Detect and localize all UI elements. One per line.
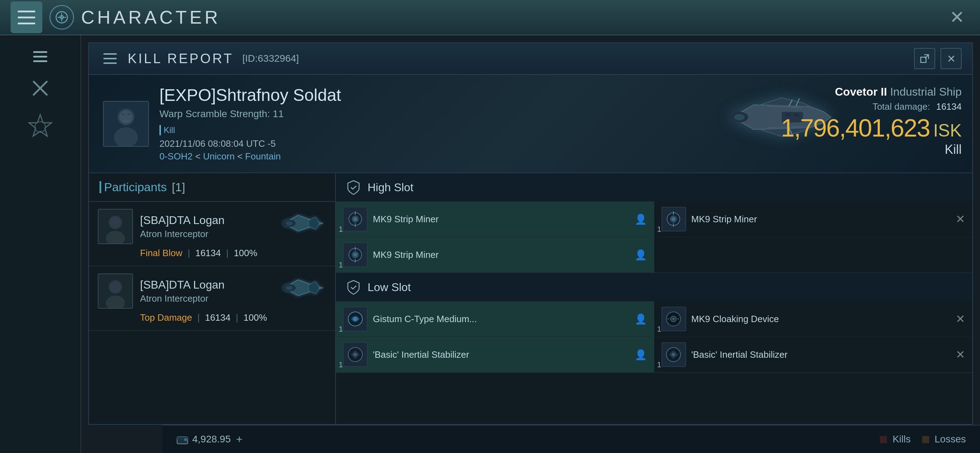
external-link-button[interactable]: [914, 48, 935, 69]
participants-panel: Participants [1]: [89, 173, 336, 424]
gistum-icon: [346, 309, 365, 329]
high-slot-row-1: 1: [336, 237, 972, 273]
low-slot-title: Low Slot: [368, 281, 411, 294]
equip-person-high-2: 👤: [635, 249, 647, 261]
ship-type: Covetor II Industrial Ship: [781, 85, 962, 99]
svg-point-57: [353, 317, 357, 321]
participant-info-1: [SBA]DTA Logan Atron Interceptor: [98, 273, 326, 309]
svg-point-65: [353, 353, 357, 356]
alliance-link[interactable]: Unicorn: [203, 151, 235, 162]
victim-banner: [EXPO]Shtrafnoy Soldat Warp Scramble Str…: [89, 75, 972, 173]
equip-item-low-2: 1 'Basic' Inertial Stabilize: [336, 337, 654, 373]
ship-class: Industrial Ship: [890, 85, 962, 98]
strip-miner-icon-1: [664, 210, 683, 229]
svg-marker-4: [29, 114, 51, 136]
participant-avatar-1: [98, 273, 133, 309]
left-sidebar: [0, 35, 81, 453]
stat-separator-1: |: [197, 312, 200, 323]
high-slot-icon: [345, 178, 362, 196]
low-slot-section: Low Slot 1: [336, 273, 972, 373]
svg-point-46: [672, 217, 675, 221]
high-slot-title: High Slot: [368, 181, 414, 194]
equip-remove-high-1[interactable]: ✕: [956, 212, 965, 226]
participant-damage-0: 16134: [196, 248, 221, 259]
add-button[interactable]: +: [236, 433, 243, 446]
atron-ship-icon-0: [280, 210, 326, 236]
location-separator: <: [195, 151, 203, 162]
participants-indicator: [99, 181, 101, 193]
participant-ship-icon-0: [279, 209, 328, 237]
strip-miner-icon-2: [346, 245, 365, 265]
participant-damage-1: 16134: [205, 312, 231, 323]
cloaking-icon: [664, 309, 683, 329]
participant-stats-0: Final Blow | 16134 | 100%: [98, 248, 326, 259]
kills-icon: [879, 436, 888, 444]
location-separator2: <: [237, 151, 245, 162]
system-link[interactable]: 0-SOH2: [159, 151, 192, 162]
participant-ship-icon-1: [279, 273, 328, 302]
equip-icon-high-1: [662, 207, 686, 231]
external-link-icon: [920, 54, 929, 64]
high-slot-row-0: 1: [336, 202, 972, 237]
equip-count-low-0: 1: [339, 324, 343, 334]
lower-section: Participants [1]: [89, 173, 972, 424]
top-navigation: CHARACTER ✕: [0, 0, 980, 35]
combat-icon: [30, 78, 51, 99]
equip-icon-high-0: [343, 207, 368, 231]
sidebar-item-combat[interactable]: [8, 74, 72, 102]
equip-item-high-0: 1: [336, 202, 654, 237]
participant-portrait-1: [99, 273, 132, 309]
kill-report-body: [EXPO]Shtrafnoy Soldat Warp Scramble Str…: [89, 75, 972, 424]
atron-ship-icon-1: [280, 275, 326, 301]
equip-icon-low-3: [662, 342, 686, 367]
kills-stat: Kills: [879, 434, 910, 445]
equip-name-low-0: Gistum C-Type Medium...: [373, 314, 629, 324]
kill-type-label: Kill: [781, 142, 962, 157]
participants-title: Participants [1]: [104, 180, 185, 194]
total-damage-label: Total damage: 16134: [781, 101, 962, 112]
svg-point-61: [672, 318, 675, 320]
svg-point-36: [286, 286, 293, 290]
equip-icon-low-0: [343, 307, 368, 331]
equip-count-high-2: 1: [339, 261, 343, 270]
bio-icon: [33, 51, 47, 62]
region-link[interactable]: Fountain: [245, 151, 281, 162]
low-slot-header: Low Slot: [336, 273, 972, 301]
menu-button[interactable]: [11, 2, 42, 33]
equip-remove-low-3[interactable]: ✕: [956, 348, 965, 361]
svg-point-40: [353, 217, 357, 221]
svg-point-30: [286, 221, 293, 226]
losses-icon: [921, 436, 930, 444]
sidebar-item-medals[interactable]: [8, 113, 72, 141]
participant-avatar-0: [98, 209, 133, 244]
equip-count-low-1: 1: [657, 324, 662, 334]
bottom-kills: Kills Losses: [879, 434, 966, 445]
equip-name-high-2: MK9 Strip Miner: [373, 250, 629, 261]
modal-id: [ID:6332964]: [242, 53, 299, 64]
high-slot-section: High Slot 1: [336, 173, 972, 273]
equip-item-high-2: 1: [336, 237, 654, 273]
bottom-bar: 4,928.95 + Kills Losses: [162, 425, 980, 453]
victim-portrait: [104, 102, 148, 146]
ship-name: Covetor II: [835, 85, 887, 98]
modal-header-actions: ✕: [914, 48, 962, 69]
participant-card-1: [SBA]DTA Logan Atron Interceptor: [89, 266, 335, 331]
main-content: KILL REPORT [ID:6332964] ✕: [81, 35, 980, 453]
medal-icon: [26, 113, 54, 141]
shield-icon: [346, 180, 361, 196]
participant-percent-0: 100%: [234, 248, 258, 259]
close-main-button[interactable]: ✕: [945, 5, 969, 30]
wallet-value: 4,928.95: [192, 434, 231, 445]
equip-item-high-1: 1: [654, 202, 973, 237]
participant-card-0: [SBA]DTA Logan Atron Interceptor: [89, 202, 335, 266]
svg-line-7: [925, 55, 929, 58]
modal-close-button[interactable]: ✕: [940, 48, 962, 69]
sidebar-item-bio[interactable]: [8, 42, 72, 71]
participant-info-0: [SBA]DTA Logan Atron Interceptor: [98, 209, 326, 244]
losses-stat: Losses: [921, 434, 966, 445]
equip-remove-low-1[interactable]: ✕: [956, 312, 965, 326]
modal-header: KILL REPORT [ID:6332964] ✕: [89, 43, 972, 75]
svg-rect-73: [880, 436, 887, 443]
victim-avatar: [103, 101, 149, 147]
modal-menu-button[interactable]: [99, 48, 121, 69]
